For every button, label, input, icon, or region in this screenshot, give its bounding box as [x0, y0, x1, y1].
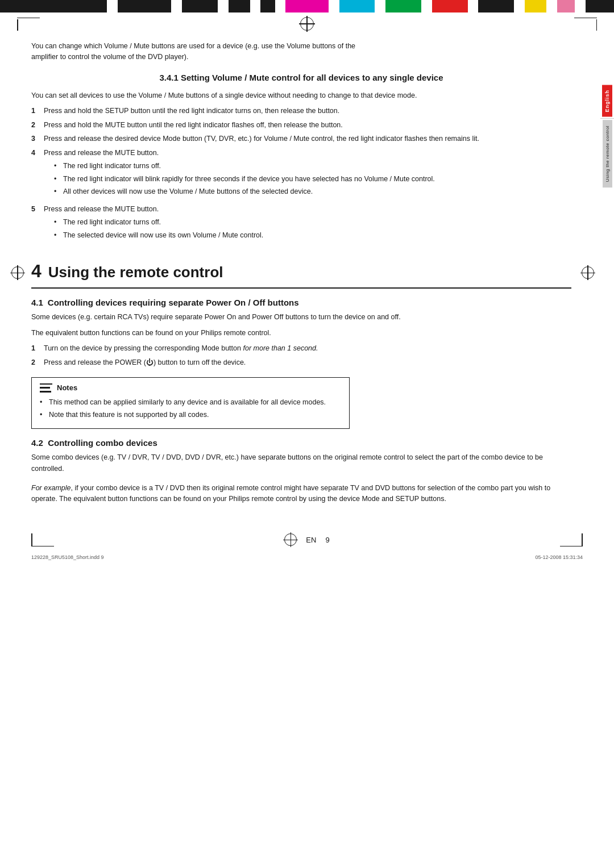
list-item: The red light indicator turns off. — [54, 217, 263, 228]
footer-page: 9 — [325, 536, 329, 544]
side-tab-container: English Using the remote control — [600, 85, 614, 187]
footer-reg-mark — [284, 533, 297, 546]
list-item: The selected device will now use its own… — [54, 230, 263, 241]
reg-mark-left — [11, 266, 24, 279]
section-41-body2: The equivalent button functions can be f… — [31, 328, 571, 339]
list-item: 1 Press and hold the SETUP button until … — [31, 106, 571, 116]
notes-list: This method can be applied similarly to … — [40, 397, 341, 421]
footer-center: EN 9 — [284, 533, 329, 546]
section-42-heading: 4.2 Controlling combo devices — [31, 438, 571, 448]
list-item: 1 Turn on the device by pressing the cor… — [31, 343, 571, 354]
section-42-body2: For example, if your combo device is a T… — [31, 483, 571, 505]
step5-bullets: The red light indicator turns off. The s… — [44, 217, 263, 241]
color-registration-bar — [0, 0, 614, 12]
footer-meta-right: 05-12-2008 15:31:34 — [535, 554, 583, 560]
list-item: All other devices will now use the Volum… — [54, 186, 435, 197]
list-item: The red light indicator will blink rapid… — [54, 174, 435, 185]
notes-box: Notes This method can be applied similar… — [31, 377, 350, 429]
section-341-heading: 3.4.1 Setting Volume / Mute control for … — [31, 73, 571, 82]
notes-title: Notes — [57, 383, 77, 392]
chapter-number: 4 — [31, 261, 42, 282]
page-footer: EN 9 — [0, 528, 614, 553]
footer-corner-left — [31, 533, 54, 547]
footer-corner-right — [560, 533, 583, 547]
section-341-steps: 1 Press and hold the SETUP button until … — [31, 106, 571, 244]
chapter-heading: 4 Using the remote control — [31, 261, 571, 282]
intro-paragraph: You can change which Volume / Mute butto… — [31, 41, 361, 62]
section-42: 4.2 Controlling combo devices Some combo… — [31, 438, 571, 505]
registration-row-top — [0, 12, 614, 35]
section-41-title: Controlling devices requiring separate P… — [48, 298, 299, 307]
section-41: 4.1 Controlling devices requiring separa… — [31, 298, 571, 368]
section-42-body1: Some combo devices (e.g. TV / DVR, TV / … — [31, 452, 571, 474]
footer-meta: 129228_SRU5108_Short.indd 9 05-12-2008 1… — [0, 552, 614, 562]
list-item: 2 Press and release the POWER (⏻) button… — [31, 357, 571, 368]
list-item: Note that this feature is not supported … — [40, 410, 341, 420]
chapter4-heading-area: 4 Using the remote control — [31, 261, 571, 289]
section-341-body: You can set all devices to use the Volum… — [31, 90, 571, 101]
side-tab-section: Using the remote control — [603, 120, 612, 187]
side-tab-english: English — [602, 85, 612, 117]
list-item: The red light indicator turns off. — [54, 161, 435, 172]
footer-meta-left: 129228_SRU5108_Short.indd 9 — [31, 554, 104, 560]
section-41-body1: Some devices (e.g. certain RCA TVs) requ… — [31, 312, 571, 323]
section-41-num: 4.1 — [31, 298, 43, 307]
chapter-divider — [31, 287, 571, 289]
notes-icon — [40, 383, 52, 393]
list-item: 4 Press and release the MUTE button. The… — [31, 148, 571, 201]
notes-header: Notes — [40, 383, 341, 393]
footer-en: EN — [306, 536, 316, 544]
section-41-heading-row: 4.1 Controlling devices requiring separa… — [31, 298, 571, 307]
main-content: You can change which Volume / Mute butto… — [0, 35, 614, 516]
list-item: This method can be applied similarly to … — [40, 397, 341, 408]
list-item: 5 Press and release the MUTE button. The… — [31, 204, 571, 244]
list-item: 3 Press and release the desired device M… — [31, 133, 571, 144]
step4-bullets: The red light indicator turns off. The r… — [44, 161, 435, 197]
chapter-title: Using the remote control — [48, 264, 223, 281]
reg-mark-right — [582, 266, 594, 279]
section-41-steps: 1 Turn on the device by pressing the cor… — [31, 343, 571, 368]
list-item: 2 Press and hold the MUTE button until t… — [31, 120, 571, 131]
